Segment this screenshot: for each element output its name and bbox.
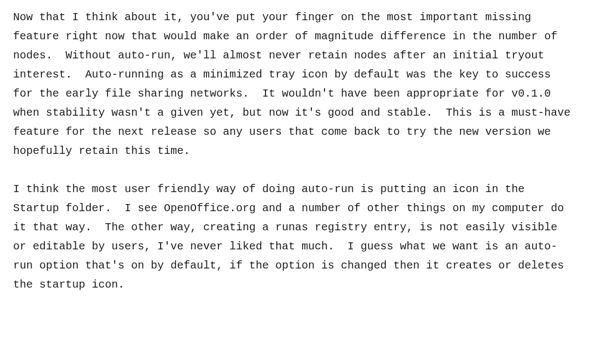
paragraph-spacer: [13, 160, 577, 180]
paragraph-1: Now that I think about it, you've put yo…: [13, 8, 577, 160]
paragraph-2: I think the most user friendly way of do…: [13, 180, 577, 294]
